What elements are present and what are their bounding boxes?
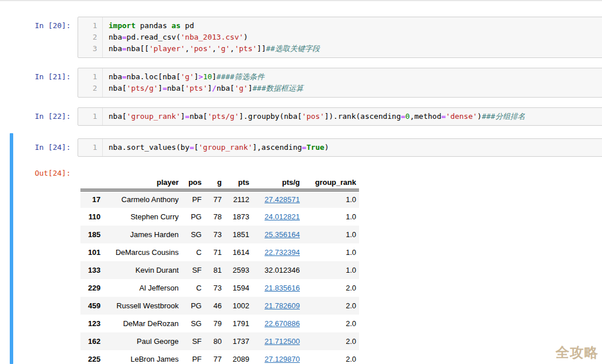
code-token-pl: ].groupby(nba[: [239, 112, 302, 121]
code-line: nba=nba[['player','pos','g','pts']]##选取关…: [109, 43, 602, 55]
table-row: 101DeMarcus CousinsC71161422.7323941.0: [80, 243, 359, 261]
pts-per-game-link[interactable]: 25.356164: [265, 230, 300, 239]
cell-pos: SF: [182, 332, 204, 350]
code-token-pl: nba[[: [126, 44, 149, 53]
code-editor[interactable]: 1nba['group_rank']=nba['pts/g'].groupby(…: [78, 107, 602, 126]
cell-ptsg: 25.356164: [252, 226, 303, 243]
table-row: 225LeBron JamesPF77208927.1298702.0: [80, 350, 359, 364]
code-cells-container: In [20]:123import pandas as pdnba=pd.rea…: [0, 0, 602, 157]
table-row: 17Carmelo AnthonyPF77211227.4285711.0: [80, 190, 359, 208]
pts-per-game-link[interactable]: 27.129870: [265, 355, 300, 363]
cell-ptsg: 32.012346: [252, 261, 303, 279]
pts-per-game-link[interactable]: 24.012821: [265, 212, 300, 221]
cell-pts: 1594: [225, 279, 252, 297]
code-token-pl: [: [194, 143, 199, 152]
cell-g: 73: [204, 279, 225, 297]
code-lines: nba=nba.loc[nba['g']>10]####筛选条件nba['pts…: [103, 68, 602, 97]
code-token-op: =: [401, 112, 406, 121]
cell-player: Al Jefferson: [103, 279, 182, 297]
cell-player: DeMar DeRozan: [103, 315, 182, 332]
code-line: nba=nba.loc[nba['g']>10]####筛选条件: [109, 71, 602, 83]
code-token-pl: ]: [158, 84, 163, 92]
cell-player: James Harden: [103, 226, 182, 243]
row-index: 110: [80, 208, 103, 226]
code-editor[interactable]: 12nba=nba.loc[nba['g']>10]####筛选条件nba['p…: [78, 68, 602, 98]
column-header-pos: pos: [182, 176, 204, 190]
code-token-com: ###分组排名: [482, 112, 525, 121]
pts-per-game-link[interactable]: 22.732394: [265, 248, 300, 257]
code-token-pl: ,: [212, 44, 217, 53]
code-token-pl: nba: [109, 33, 122, 41]
cell-ptsg: 27.129870: [252, 350, 303, 364]
cell-g: 80: [204, 332, 225, 350]
cell-group_rank: 1.0: [303, 190, 359, 208]
code-token-kw: True: [306, 143, 324, 152]
column-header-pts: pts: [225, 176, 252, 190]
pts-per-game-link[interactable]: 21.712500: [265, 337, 300, 346]
line-number-gutter: 12: [78, 68, 103, 97]
line-number: 1: [78, 142, 97, 153]
code-cell: In [20]:123import pandas as pdnba=pd.rea…: [0, 17, 602, 58]
cell-player: Carmelo Anthony: [103, 190, 182, 208]
line-number: 1: [78, 111, 97, 122]
code-token-kw: import: [109, 21, 136, 30]
table-row: 123DeMar DeRozanSG79179122.6708862.0: [80, 315, 359, 332]
code-token-pl: nba[: [109, 112, 126, 121]
code-token-pl: ]: [248, 84, 253, 92]
cell-pos: SF: [182, 261, 204, 279]
cell-g: 71: [204, 243, 225, 261]
code-token-pl: nba.sort_values(by: [109, 143, 190, 152]
row-index: 225: [80, 350, 103, 364]
code-token-pl: ,: [185, 44, 190, 53]
cell-group_rank: 1.0: [303, 243, 359, 261]
cell-group_rank: 1.0: [303, 261, 359, 279]
code-token-str: 'g': [234, 84, 248, 92]
pts-per-game-link[interactable]: 22.670886: [265, 319, 300, 328]
code-editor[interactable]: 1nba.sort_values(by=['group_rank'],ascen…: [78, 138, 602, 157]
cell-group_rank: 2.0: [303, 279, 359, 297]
row-index: 229: [80, 279, 103, 297]
selected-cell-indicator: [10, 133, 13, 364]
code-token-num: 10: [203, 72, 212, 81]
top-divider: [0, 0, 602, 1]
cell-group_rank: 2.0: [303, 297, 359, 315]
line-number: 3: [78, 43, 97, 55]
code-token-op: =: [441, 112, 446, 121]
column-header-group_rank: group_rank: [303, 176, 359, 190]
row-index: 101: [80, 243, 103, 261]
code-token-pl: pd: [180, 21, 194, 30]
cell-player: Kevin Durant: [103, 261, 182, 279]
cell-ptsg: 22.732394: [252, 243, 303, 261]
line-number: 2: [78, 83, 97, 94]
code-token-str: 'nba_2013.csv': [180, 33, 244, 41]
cell-ptsg: 24.012821: [252, 208, 303, 226]
cell-pos: PF: [182, 350, 204, 364]
code-token-str: 'dense': [446, 112, 477, 121]
code-lines: nba['group_rank']=nba['pts/g'].groupby(n…: [103, 108, 602, 125]
code-token-pl: ]]: [257, 44, 266, 53]
cell-player: LeBron James: [103, 350, 182, 364]
column-header-ptsg: pts/g: [252, 176, 303, 190]
line-number: 1: [78, 71, 97, 83]
code-editor[interactable]: 123import pandas as pdnba=pd.read_csv('n…: [78, 17, 602, 58]
cell-ptsg: 27.428571: [252, 190, 303, 208]
code-token-com: ##选取关键字段: [266, 44, 320, 53]
cell-g: 77: [204, 350, 225, 364]
code-token-str: 'pts': [185, 84, 207, 92]
cell-pts: 1851: [225, 226, 252, 243]
row-index: 123: [80, 315, 103, 332]
code-token-kw: as: [172, 21, 181, 30]
pts-per-game-link[interactable]: 21.782609: [265, 301, 300, 310]
code-cell: In [24]:1nba.sort_values(by=['group_rank…: [0, 138, 602, 157]
pts-per-game-link[interactable]: 27.428571: [265, 195, 300, 204]
cell-player: Paul George: [103, 332, 182, 350]
code-token-pl: nba[: [190, 112, 207, 121]
row-index: 17: [80, 190, 103, 208]
code-token-com: ###数据框运算: [253, 84, 303, 92]
pts-per-game-link[interactable]: 21.835616: [265, 284, 300, 292]
cell-player: DeMarcus Cousins: [103, 243, 182, 261]
code-token-pl: ]: [212, 72, 217, 81]
code-token-com: ####筛选条件: [217, 72, 264, 81]
row-index: 459: [80, 297, 103, 315]
cell-pos: SG: [182, 226, 204, 243]
